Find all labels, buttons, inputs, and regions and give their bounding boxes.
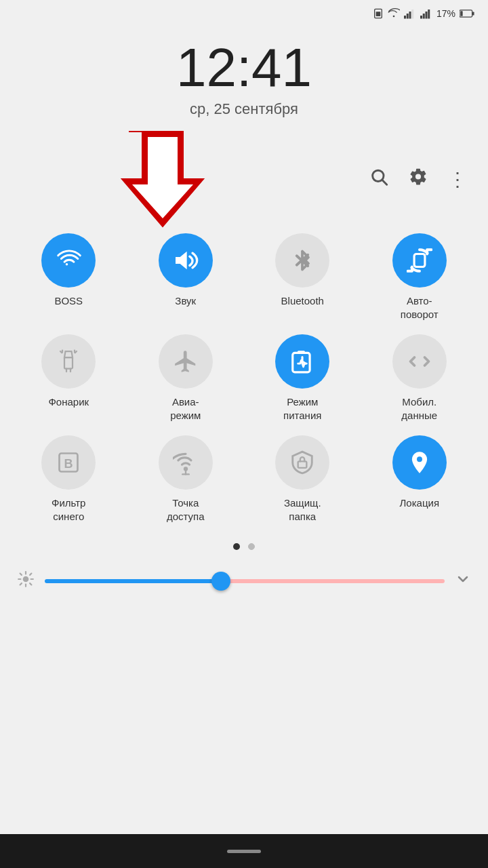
svg-point-18 (66, 263, 68, 266)
qs-securefolder-icon-circle (275, 435, 329, 490)
qs-securefolder-label: Защищ.папка (284, 496, 321, 523)
qs-autorotate-icon-circle (392, 233, 447, 288)
page-dots (0, 543, 488, 550)
wifi-icon (388, 8, 400, 19)
clock-time: 12:41 (0, 41, 488, 95)
qs-mobiledata-label: Мобил.данные (401, 395, 437, 422)
qs-flashlight-icon-circle (41, 334, 96, 389)
qs-flashlight-label: Фонарик (48, 395, 89, 409)
qs-powersave-icon-circle (275, 334, 329, 389)
mobiledata-qs-icon (407, 349, 432, 374)
brightness-row (0, 564, 488, 599)
qs-sound-label: Звук (175, 294, 196, 308)
more-button[interactable]: ⋮ (448, 170, 468, 189)
qs-wifi[interactable]: BOSS (14, 233, 124, 321)
svg-rect-7 (420, 16, 422, 19)
search-button[interactable] (369, 167, 388, 191)
clock-area: 12:41 ср, 25 сентября (0, 27, 488, 125)
svg-point-32 (417, 456, 422, 462)
brightness-low-icon (17, 570, 35, 592)
page-dot-1[interactable] (233, 543, 240, 550)
svg-rect-13 (460, 11, 462, 16)
svg-rect-12 (472, 12, 474, 15)
qs-hotspot-label: Точкадоступа (167, 496, 205, 523)
qs-location-icon-circle (392, 435, 447, 490)
qs-hotspot-icon-circle (159, 435, 213, 490)
svg-rect-9 (425, 12, 427, 19)
qs-securefolder[interactable]: Защищ.папка (247, 435, 358, 523)
quick-settings-grid: BOSS Звук Bluetooth (0, 233, 488, 523)
svg-line-25 (75, 351, 77, 353)
qs-flashlight[interactable]: Фонарик (14, 334, 124, 422)
bluetooth-qs-icon (290, 248, 314, 273)
svg-rect-3 (404, 16, 406, 19)
qs-sound-icon-circle (159, 233, 213, 288)
qs-powersave-label: Режимпитания (283, 395, 321, 422)
signal2-icon (420, 8, 432, 19)
qs-bluefilter[interactable]: B Фильтрсинего (14, 435, 124, 523)
svg-point-2 (393, 16, 395, 18)
svg-text:B: B (64, 457, 73, 471)
location-qs-icon (407, 450, 432, 475)
qs-sound[interactable]: Звук (131, 233, 241, 321)
svg-rect-10 (428, 9, 430, 19)
clock-date: ср, 25 сентября (0, 100, 488, 118)
flashlight-qs-icon (56, 349, 81, 374)
svg-rect-1 (376, 12, 381, 16)
qs-mobiledata-icon-circle (392, 334, 447, 389)
svg-rect-20 (414, 254, 425, 267)
svg-line-38 (20, 574, 22, 575)
sun-icon (17, 570, 35, 588)
brightness-slider[interactable] (45, 579, 445, 583)
svg-rect-21 (64, 357, 73, 369)
battery-text: 17% (436, 8, 455, 19)
signal1-icon (404, 8, 416, 19)
nav-home-indicator (227, 850, 261, 853)
svg-rect-5 (409, 12, 411, 19)
qs-bluefilter-icon-circle: B (41, 435, 96, 490)
page-dot-2[interactable] (248, 543, 255, 550)
svg-marker-19 (176, 252, 187, 270)
wifi-qs-icon (55, 247, 82, 274)
powersave-qs-icon (289, 349, 315, 374)
settings-button[interactable] (409, 167, 428, 191)
sim-icon (373, 8, 384, 19)
svg-line-39 (30, 583, 31, 585)
bluefilter-qs-icon: B (56, 450, 81, 475)
svg-line-17 (382, 180, 386, 184)
brightness-expand-button[interactable] (455, 571, 471, 591)
airplane-qs-icon (173, 349, 199, 374)
qs-airplane-icon-circle (159, 334, 213, 389)
battery-icon (460, 9, 474, 18)
qs-bluetooth-label: Bluetooth (281, 294, 324, 308)
brightness-track (45, 579, 445, 583)
svg-point-33 (23, 576, 29, 583)
svg-rect-31 (298, 461, 307, 468)
qs-autorotate[interactable]: Авто-поворот (365, 233, 475, 321)
status-bar: 17% (0, 0, 488, 27)
qs-hotspot[interactable]: Точкадоступа (131, 435, 241, 523)
securefolder-qs-icon (289, 450, 315, 475)
svg-line-41 (30, 574, 31, 575)
qs-mobiledata[interactable]: Мобил.данные (365, 334, 475, 422)
svg-rect-8 (423, 14, 425, 19)
qs-location-label: Локация (399, 496, 439, 510)
qs-autorotate-label: Авто-поворот (401, 294, 439, 321)
rotate-qs-icon (407, 248, 432, 273)
svg-line-40 (20, 583, 22, 585)
qs-wifi-icon-circle (41, 233, 96, 288)
svg-rect-27 (298, 351, 305, 354)
qs-powersave[interactable]: Режимпитания (247, 334, 358, 422)
qs-airplane[interactable]: Авиа-режим (131, 334, 241, 422)
sound-qs-icon (172, 247, 199, 274)
qs-bluetooth[interactable]: Bluetooth (247, 233, 358, 321)
nav-bar (0, 834, 488, 868)
status-icons: 17% (373, 8, 474, 19)
svg-rect-4 (407, 14, 409, 19)
panel-header: ⋮ (0, 167, 488, 191)
qs-bluetooth-icon-circle (275, 233, 329, 288)
hotspot-qs-icon (173, 450, 199, 475)
svg-rect-6 (411, 9, 413, 19)
qs-location[interactable]: Локация (365, 435, 475, 523)
brightness-thumb[interactable] (211, 572, 230, 591)
